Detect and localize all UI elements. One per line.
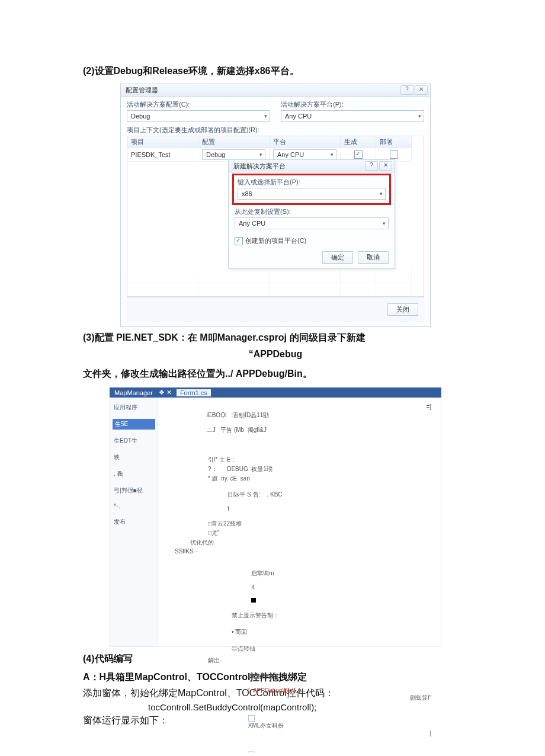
popup-title: 新建解决方案平台 (233, 162, 286, 171)
pm-radio2[interactable]: ◎点转仙 (232, 645, 432, 653)
sidebar-item-publish[interactable]: 发布 (113, 517, 155, 527)
step3-line2: “APPDebug (83, 349, 468, 360)
help-button[interactable]: ? (400, 85, 413, 95)
col-deploy: 部署 (376, 136, 412, 148)
xml-checkbox[interactable] (248, 715, 255, 722)
active-config-value: Debug (131, 113, 150, 120)
chevron-down-icon: ▾ (259, 152, 262, 158)
highlight-box: 键入或选择新平台(P): x86 ▾ (232, 174, 391, 205)
sidebar-item-build[interactable]: 生5E (113, 419, 155, 430)
popup-label-copy: 从此处复制设置(S): (235, 207, 389, 216)
active-platform-dropdown[interactable]: Any CPU ▾ (281, 110, 424, 122)
prop-tabstrip: MapManager ❖ ✕ Form1.cs (110, 387, 441, 398)
pm-debug: ?： DEBUG 衩显1琐 (208, 465, 432, 473)
create-project-platform-label: 创建新的项目平台(C) (245, 236, 306, 245)
pm-warn: 启苹询m (251, 570, 274, 576)
project-grid: 项目 配置 平台 生成 部署 PIESDK_Test Debug ▾ (127, 136, 424, 297)
pm-xml: XML亦女科份 (248, 722, 284, 729)
row-config-dropdown[interactable]: Debug ▾ (202, 149, 265, 160)
pm-ss: SSflKS - (166, 548, 432, 555)
pm-opt1: □首云22技堆 (208, 520, 432, 528)
col-platform: 平台 (270, 136, 341, 148)
pm-warn-r: 4 (251, 584, 255, 591)
step2-heading: (2)设置Debug和Release环境，新建选择x86平台。 (83, 65, 468, 78)
pm-xml-r: | (429, 730, 431, 736)
config-manager-dialog: 配置管理器 ? ✕ 活动解决方案配置(C): Debug ▾ (120, 84, 431, 327)
label-active-platform: 活动解决方案平台(P): (281, 100, 424, 109)
sidebar-item-7[interactable]: ^-. (113, 502, 155, 511)
sidebar-item-4[interactable]: 映 (113, 452, 155, 463)
close-icon[interactable]: ✕ (415, 85, 428, 95)
step3-line1: (3)配置 PIE.NET_SDK：在 M叩Manager.csproj 的同级… (83, 332, 468, 344)
project-properties-view: MapManager ❖ ✕ Form1.cs 应用程序 生5E 生EDT牛 映… (110, 387, 441, 647)
deploy-checkbox[interactable] (390, 150, 398, 159)
copy-from-dropdown[interactable]: Any CPU ▾ (235, 217, 389, 229)
chevron-down-icon: ▾ (264, 113, 267, 119)
context-note: 项目上下文(选定要生成或部署的项目配置)(R): (127, 126, 424, 134)
row-platform-dropdown[interactable]: Any CPU ▾ (273, 149, 336, 160)
label-active-config: 活动解决方案配置(C): (127, 100, 270, 109)
pm-out-right: 剧知笈i″ (410, 694, 431, 702)
pm-opt2: □尤" (208, 529, 432, 537)
sidebar-item-5[interactable]: . 鞫 (113, 469, 155, 479)
ok-button[interactable]: 确定 (322, 251, 353, 264)
prop-sidebar: 应用程序 生5E 生EDT牛 映 . 鞫 弓|邦强■径 ^-. 发布 (110, 398, 158, 646)
build-checkbox[interactable] (354, 150, 363, 159)
pm-top-end: =] (426, 403, 431, 410)
dialog-title: 配置管理器 (126, 86, 158, 95)
create-project-platform-checkbox[interactable] (235, 237, 243, 245)
tab-mapmanager[interactable]: MapManager (112, 389, 155, 396)
row-config-value: Debug (206, 151, 225, 158)
prop-main: iEBOQi :舌刨ID晶11勖 二J 平吿 (Mb 闱gfi&J =] 引l*… (158, 398, 441, 646)
sidebar-item-build-events[interactable]: 生EDT牛 (113, 435, 155, 446)
active-config-dropdown[interactable]: Debug ▾ (127, 110, 270, 122)
row-platform-value: Any CPU (277, 151, 304, 158)
pm-r: * 踱 riy. cE san (208, 475, 432, 483)
pm-intro: 引l* 士 E： (208, 456, 432, 464)
copy-from-value: Any CPU (239, 220, 265, 227)
chevron-down-icon: ▾ (380, 191, 383, 197)
pm-suppress: 禁止显示警告制： (232, 611, 432, 620)
pm-opt3: 优化代的 (166, 539, 432, 547)
pm-out-label: Si岀路程曰： (248, 673, 283, 680)
new-platform-value: x86 (242, 190, 252, 197)
tab-state-icons: ❖ ✕ (159, 389, 172, 396)
dialog-titlebar: 配置管理器 ? ✕ (121, 84, 430, 97)
popup-label-new: 键入或选择新平台(P): (238, 178, 386, 187)
new-platform-popup: 新建解决方案平台 ? ✕ 键入或选择新平台(P): (228, 159, 395, 269)
help-button[interactable]: ? (365, 161, 378, 171)
col-project: 项目 (127, 136, 198, 148)
new-platform-dropdown[interactable]: x86 ▾ (238, 188, 386, 200)
pm-top-left: iEBOQi :舌刨ID晶11勖 (207, 412, 270, 418)
pm-radio1[interactable]: • 而回 (232, 628, 432, 636)
sidebar-item-app[interactable]: 应用程序 (113, 402, 155, 413)
chevron-down-icon: ▾ (383, 220, 386, 226)
sidebar-item-6[interactable]: 弓|邦强■径 (113, 485, 155, 496)
col-config: 配置 (198, 136, 270, 148)
pm-out-head: 鏑岀- (166, 656, 432, 665)
pm-out-value: | APPDebug\BlnJ | (248, 687, 300, 694)
pm-target: 目际平 S 吿: . KBC (227, 491, 282, 498)
chevron-down-icon: ▾ (331, 152, 334, 158)
pm-target-r: t (227, 505, 229, 512)
dialog-close-button[interactable]: 关闭 (387, 303, 418, 316)
col-build: 生成 (341, 136, 376, 148)
step3-line3: 文件夹，修改生成输出路径位置为../ APPDebug/Bin。 (83, 368, 468, 380)
close-icon[interactable]: ✕ (379, 161, 392, 171)
chevron-down-icon: ▾ (418, 113, 421, 119)
tab-form1cs[interactable]: Form1.cs (177, 389, 211, 396)
pm-top-right: 二J 平吿 (Mb 闱gfi&J (207, 427, 267, 433)
square-icon (251, 598, 256, 603)
cancel-button[interactable]: 取消 (358, 251, 389, 264)
active-platform-value: Any CPU (285, 113, 312, 120)
com-checkbox (248, 751, 255, 753)
